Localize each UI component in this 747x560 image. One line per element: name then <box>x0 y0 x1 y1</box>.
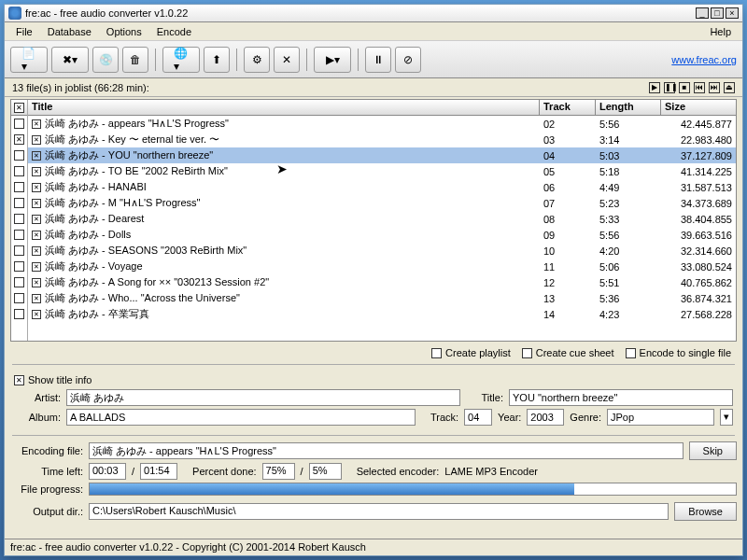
player-pause-icon[interactable]: ❚❚ <box>664 82 675 93</box>
time-label: Time left: <box>10 466 83 477</box>
player-next-icon[interactable]: ⏭ <box>709 82 720 93</box>
row-checkbox[interactable] <box>14 119 24 129</box>
play-button[interactable]: ▶▾ <box>314 47 351 73</box>
skip-button[interactable]: Skip <box>689 441 737 460</box>
row-track: 10 <box>540 245 596 257</box>
col-track[interactable]: Track <box>540 100 596 115</box>
track-field[interactable] <box>464 409 492 426</box>
menu-encode[interactable]: Encode <box>149 24 199 39</box>
close-button[interactable]: × <box>726 7 739 19</box>
player-prev-icon[interactable]: ⏮ <box>694 82 705 93</box>
row-icon: ✕ <box>32 167 41 176</box>
table-row[interactable]: ✕浜崎 あゆみ - M "H∧L'S Progress"075:2334.373… <box>28 195 736 211</box>
col-length[interactable]: Length <box>596 100 661 115</box>
minimize-button[interactable]: _ <box>696 7 709 19</box>
row-icon: ✕ <box>32 183 41 192</box>
menu-file[interactable]: File <box>8 24 40 39</box>
album-field[interactable] <box>66 409 416 426</box>
table-row[interactable]: ✕浜崎 あゆみ - Who... "Across the Universe"13… <box>28 290 736 306</box>
table-row[interactable]: ✕浜崎 あゆみ - SEASONS "2003 ReBirth Mix"104:… <box>28 243 736 259</box>
title-info-panel: Show title info Artist: Title: Album: Tr… <box>10 371 737 429</box>
table-row[interactable]: ✕浜崎 あゆみ - appears "H∧L'S Progress"025:56… <box>28 116 736 132</box>
row-checkbox[interactable] <box>14 182 24 192</box>
table-row[interactable]: ✕浜崎 あゆみ - TO BE "2002 ReBirth Mix"055:18… <box>28 163 736 179</box>
row-checkbox[interactable] <box>14 150 24 161</box>
row-checkbox[interactable] <box>14 166 24 176</box>
title-field[interactable] <box>509 389 733 406</box>
add-file-button[interactable]: 📄▾ <box>10 47 48 73</box>
settings2-button[interactable]: ✕ <box>274 47 300 73</box>
create-playlist-option[interactable]: Create playlist <box>431 347 511 358</box>
output-field[interactable]: C:\Users\Robert Kausch\Music\ <box>89 503 669 520</box>
row-icon: ✕ <box>32 262 41 272</box>
artist-field[interactable] <box>66 389 460 406</box>
row-track: 13 <box>540 293 596 304</box>
table-row[interactable]: ✕浜崎 あゆみ - YOU "northern breeze"045:0337.… <box>28 147 736 163</box>
row-checkbox[interactable] <box>14 277 24 287</box>
row-icon: ✕ <box>32 231 41 240</box>
row-size: 31.587.513 <box>661 182 736 193</box>
table-row[interactable]: ✕浜崎 あゆみ - Dolls095:5639.663.516 <box>28 227 736 243</box>
row-checkbox[interactable] <box>14 261 24 272</box>
pause-button[interactable]: ⏸ <box>365 47 391 73</box>
table-row[interactable]: ✕浜崎 あゆみ - HANABI064:4931.587.513 <box>28 179 736 195</box>
row-checkbox[interactable] <box>14 293 24 303</box>
row-checkbox[interactable] <box>14 198 24 208</box>
row-size: 33.080.524 <box>661 261 736 273</box>
output-label: Output dir.: <box>10 506 83 517</box>
row-title: 浜崎 あゆみ - Who... "Across the Universe" <box>45 291 240 305</box>
checkbox-header[interactable] <box>14 103 24 113</box>
encoder-name: LAME MP3 Encoder <box>444 466 538 477</box>
table-row[interactable]: ✕浜崎 あゆみ - Voyage115:0633.080.524 <box>28 259 736 274</box>
row-title: 浜崎 あゆみ - TO BE "2002 ReBirth Mix" <box>45 164 228 178</box>
col-title[interactable]: Title <box>28 100 540 115</box>
maximize-button[interactable]: □ <box>711 7 724 19</box>
row-icon: ✕ <box>32 199 41 208</box>
row-checkbox[interactable] <box>14 245 24 256</box>
window-title: fre:ac - free audio converter v1.0.22 <box>25 7 696 19</box>
website-link[interactable]: www.freac.org <box>671 54 737 65</box>
player-eject-icon[interactable]: ⏏ <box>724 82 735 93</box>
row-track: 12 <box>540 277 596 288</box>
joblist[interactable]: Title Track Length Size ✕浜崎 あゆみ - appear… <box>10 99 737 342</box>
row-size: 22.983.480 <box>661 134 736 146</box>
encode-single-option[interactable]: Encode to single file <box>626 347 731 358</box>
add-cd-button[interactable]: 💿 <box>92 47 119 73</box>
row-length: 5:36 <box>596 293 661 304</box>
stop-button[interactable]: ⊘ <box>395 47 421 73</box>
row-size: 37.127.809 <box>661 150 736 161</box>
col-size[interactable]: Size <box>661 100 736 115</box>
remove-file-button[interactable]: ✖▾ <box>51 47 89 73</box>
table-row[interactable]: ✕浜崎 あゆみ - 卒業写真144:2327.568.228 <box>28 306 736 322</box>
remove-all-button[interactable]: 🗑 <box>122 47 148 73</box>
settings-button[interactable]: ⚙ <box>244 47 270 73</box>
create-cue-option[interactable]: Create cue sheet <box>522 347 614 358</box>
table-row[interactable]: ✕浜崎 あゆみ - Key 〜 eternal tie ver. 〜033:14… <box>28 132 736 147</box>
menu-database[interactable]: Database <box>40 24 99 39</box>
cddb-button[interactable]: 🌐▾ <box>162 47 200 73</box>
row-checkbox[interactable] <box>14 309 24 319</box>
row-length: 5:33 <box>596 214 661 225</box>
artist-label: Artist: <box>14 392 61 403</box>
row-length: 5:03 <box>596 150 661 161</box>
player-play-icon[interactable]: ▶ <box>649 82 660 93</box>
browse-button[interactable]: Browse <box>674 502 737 521</box>
menu-options[interactable]: Options <box>99 24 149 39</box>
statusbar: fre:ac - free audio converter v1.0.22 - … <box>5 539 742 555</box>
show-titleinfo-checkbox[interactable] <box>14 375 24 385</box>
row-track: 08 <box>540 214 596 225</box>
table-row[interactable]: ✕浜崎 あゆみ - Dearest085:3338.404.855 <box>28 211 736 227</box>
row-checkbox[interactable] <box>14 230 24 240</box>
row-checkbox[interactable] <box>14 134 24 145</box>
submit-cddb-button[interactable]: ⬆ <box>204 47 230 73</box>
table-row[interactable]: ✕浜崎 あゆみ - A Song for ×× "030213 Session … <box>28 274 736 290</box>
joblist-status-line: 13 file(s) in joblist (66:28 min): ▶ ❚❚ … <box>5 78 742 97</box>
row-checkbox[interactable] <box>14 214 24 224</box>
menu-help[interactable]: Help <box>702 24 739 39</box>
player-stop-icon[interactable]: ■ <box>679 82 690 93</box>
genre-dropdown-icon[interactable]: ▾ <box>720 409 733 426</box>
year-field[interactable] <box>527 409 564 426</box>
row-length: 4:23 <box>596 309 661 320</box>
percent-label: Percent done: <box>192 466 257 477</box>
genre-field[interactable] <box>607 409 714 426</box>
